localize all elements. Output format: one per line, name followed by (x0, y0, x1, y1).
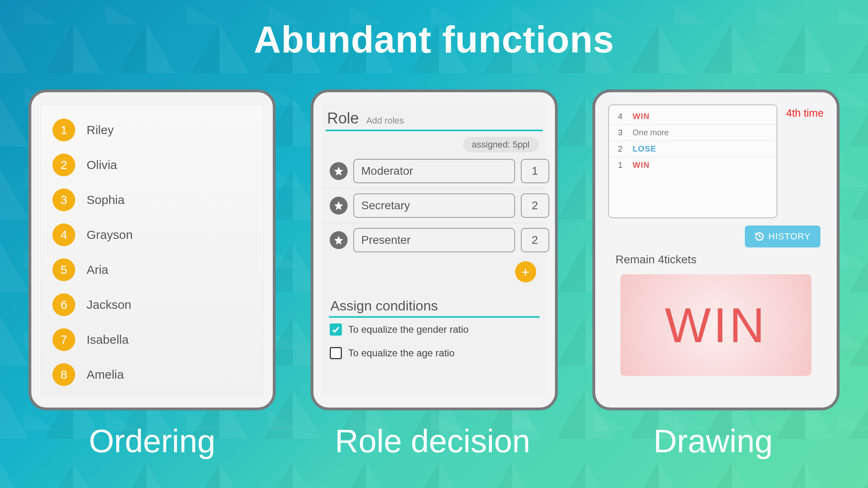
drawing-card: 4WIN3One more2LOSE1WIN 4th time HISTORY … (592, 89, 840, 410)
remain-label: Remain 4tickets (616, 253, 828, 266)
order-name: Grayson (87, 228, 133, 242)
history-index: 4 (618, 112, 625, 121)
star-icon (330, 231, 348, 249)
history-row: 4WIN (609, 108, 777, 125)
list-item[interactable]: 7Isabella (52, 322, 252, 357)
role-count-input[interactable] (521, 159, 549, 183)
role-heading-text: Role (327, 110, 359, 127)
role-subtitle: Role decision (309, 423, 556, 460)
result-panel: WIN (620, 274, 811, 376)
result-text: WIN (665, 297, 767, 353)
history-button-label: HISTORY (768, 231, 811, 242)
history-row: 1WIN (609, 157, 777, 173)
order-badge: 8 (52, 363, 75, 386)
role-row: ppl (322, 154, 546, 189)
role-subheading: Add roles (366, 115, 404, 126)
draw-time-label: 4th time (786, 107, 824, 119)
order-name: Isabella (87, 333, 128, 347)
role-card: Role Add roles assigned: 5ppl pplpplppl … (311, 89, 558, 410)
order-badge: 7 (52, 328, 75, 351)
ordering-list: 1Riley2Olivia3Sophia4Grayson5Aria6Jackso… (40, 104, 264, 395)
checkbox[interactable] (330, 347, 342, 359)
star-icon (330, 162, 348, 180)
conditions-heading: Assign conditions (329, 295, 540, 318)
list-item[interactable]: 2Olivia (52, 147, 252, 182)
role-row: ppl (322, 223, 546, 257)
page-title: Abundant functions (0, 18, 868, 61)
order-badge: 2 (52, 154, 75, 176)
order-name: Aria (87, 263, 108, 277)
star-icon (330, 197, 348, 215)
list-item[interactable]: 5Aria (52, 252, 252, 287)
history-index: 3 (618, 128, 625, 137)
condition-row[interactable]: To equalize the gender ratio (326, 318, 543, 341)
order-name: Riley (87, 123, 114, 137)
order-badge: 3 (52, 189, 75, 211)
order-badge: 6 (52, 293, 75, 316)
add-role-button[interactable]: + (515, 261, 536, 282)
order-name: Amelia (87, 368, 124, 382)
drawing-subtitle: Drawing (590, 423, 837, 460)
order-name: Jackson (87, 298, 131, 312)
list-item[interactable]: 4Grayson (52, 217, 252, 252)
history-result: LOSE (633, 144, 656, 154)
role-count-input[interactable] (521, 193, 549, 218)
order-name: Sophia (87, 193, 124, 207)
checkbox[interactable] (330, 323, 342, 336)
history-index: 1 (618, 160, 625, 170)
ppl-suffix: ppl (555, 241, 558, 251)
list-item[interactable]: 8Amelia (52, 357, 252, 392)
history-row: 3One more (609, 125, 777, 141)
history-result: WIN (633, 112, 650, 121)
conditions-heading-text: Assign conditions (331, 298, 438, 314)
list-item[interactable]: 3Sophia (52, 182, 252, 217)
condition-row[interactable]: To equalize the age ratio (326, 341, 543, 365)
ordering-card: 1Riley2Olivia3Sophia4Grayson5Aria6Jackso… (28, 89, 276, 410)
assigned-pill: assigned: 5ppl (463, 137, 539, 152)
order-badge: 5 (52, 258, 75, 281)
history-icon (755, 232, 764, 241)
order-name: Olivia (87, 158, 117, 172)
ppl-suffix: ppl (555, 207, 558, 216)
role-name-input[interactable] (353, 193, 515, 218)
role-name-input[interactable] (353, 228, 515, 252)
role-row: ppl (322, 189, 546, 223)
list-item[interactable]: 1Riley (52, 113, 252, 147)
role-heading: Role Add roles (326, 106, 543, 131)
condition-label: To equalize the age ratio (348, 347, 455, 359)
order-badge: 1 (52, 119, 75, 141)
history-result: WIN (633, 160, 650, 170)
history-row: 2LOSE (609, 141, 777, 157)
cards-row: 1Riley2Olivia3Sophia4Grayson5Aria6Jackso… (28, 89, 840, 410)
condition-label: To equalize the gender ratio (348, 324, 469, 335)
history-list: 4WIN3One more2LOSE1WIN (608, 104, 777, 218)
history-result: One more (633, 128, 669, 137)
order-badge: 4 (52, 223, 75, 246)
role-count-input[interactable] (521, 228, 549, 252)
history-button[interactable]: HISTORY (745, 226, 820, 247)
ordering-subtitle: Ordering (28, 423, 276, 460)
role-name-input[interactable] (353, 159, 515, 183)
list-item[interactable]: 6Jackson (52, 287, 252, 322)
ppl-suffix: ppl (555, 172, 558, 182)
history-index: 2 (618, 144, 625, 154)
